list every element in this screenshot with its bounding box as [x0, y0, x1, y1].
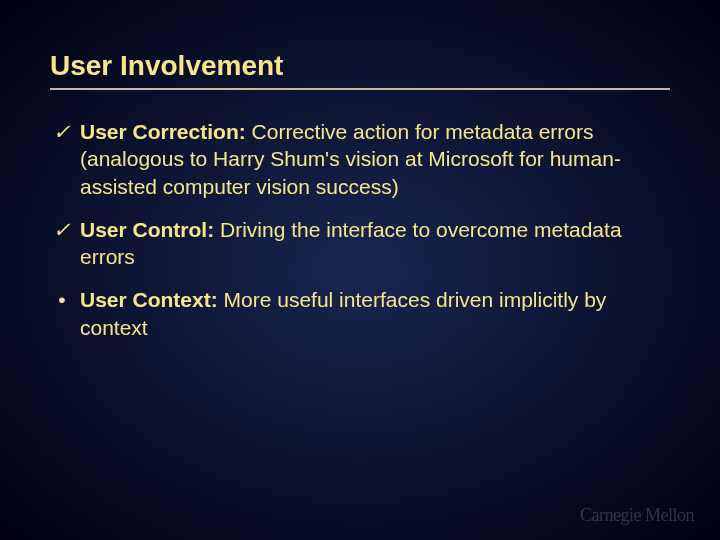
bullet-item: ✓ User Correction: Corrective action for… — [50, 118, 670, 200]
bullet-text: User Control: Driving the interface to o… — [80, 218, 622, 268]
bullet-icon: • — [52, 286, 72, 313]
footer-logo: Carnegie Mellon — [580, 505, 694, 526]
check-icon: ✓ — [52, 216, 72, 243]
check-icon: ✓ — [52, 118, 72, 145]
bullet-bold: User Control: — [80, 218, 214, 241]
bullet-bold: User Correction: — [80, 120, 246, 143]
slide: User Involvement ✓ User Correction: Corr… — [0, 0, 720, 540]
bullet-text: User Correction: Corrective action for m… — [80, 120, 621, 198]
bullet-bold: User Context: — [80, 288, 218, 311]
bullet-item: • User Context: More useful interfaces d… — [50, 286, 670, 341]
title-underline — [50, 88, 670, 90]
bullet-text: User Context: More useful interfaces dri… — [80, 288, 606, 338]
slide-title: User Involvement — [50, 50, 670, 82]
bullet-item: ✓ User Control: Driving the interface to… — [50, 216, 670, 271]
bullet-list: ✓ User Correction: Corrective action for… — [50, 118, 670, 341]
